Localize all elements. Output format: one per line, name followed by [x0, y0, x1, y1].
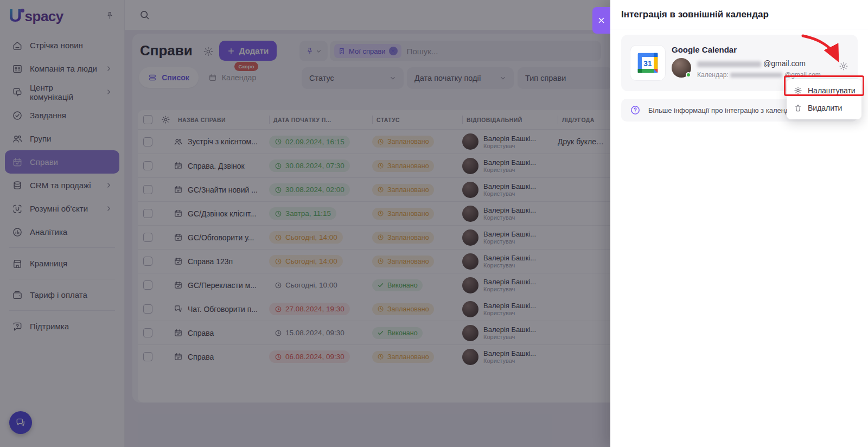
question-circle-icon: [630, 105, 641, 116]
menu-item-configure[interactable]: Налаштувати: [787, 82, 861, 99]
close-icon: [597, 16, 605, 24]
menu-item-icon: [794, 104, 802, 112]
panel-title: Інтеграція в зовнішній календар: [621, 9, 769, 20]
integration-context-menu: Налаштувати Видалити: [787, 79, 861, 119]
calendar-integration-panel: Інтеграція в зовнішній календар 31 Googl…: [610, 0, 868, 447]
integration-settings-gear-icon[interactable]: [839, 61, 848, 71]
blurred-email: [697, 61, 761, 67]
blurred-calendar-email: [730, 73, 782, 78]
menu-item-icon: [794, 86, 802, 95]
calendar-email-line: Календар: @gmail.com: [697, 71, 821, 79]
panel-header: Інтеграція в зовнішній календар: [610, 0, 868, 29]
google-calendar-icon: 31: [636, 51, 660, 75]
account-email: @gmail.com: [697, 59, 806, 68]
panel-close-button[interactable]: [592, 7, 610, 34]
menu-item-delete[interactable]: Видалити: [787, 99, 861, 117]
menu-item-label: Видалити: [808, 104, 842, 112]
integration-name: Google Calendar: [672, 45, 737, 54]
integration-info-link[interactable]: Більше інформації про інтеграцію з кален…: [648, 106, 806, 114]
menu-item-label: Налаштувати: [808, 86, 856, 95]
modal-scrim[interactable]: [0, 0, 610, 447]
google-calendar-logo: 31: [630, 45, 666, 81]
online-status-dot: [686, 72, 691, 78]
svg-text:31: 31: [643, 60, 652, 68]
